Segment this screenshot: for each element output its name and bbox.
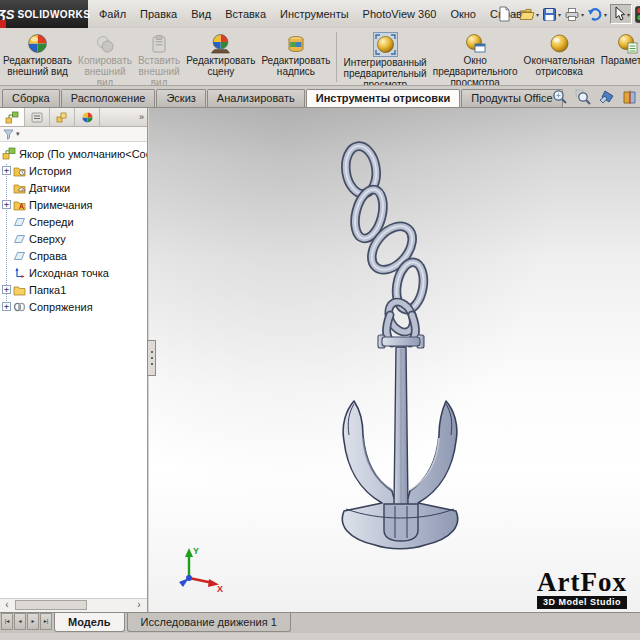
menu-insert[interactable]: Вставка <box>218 0 273 28</box>
menu-file[interactable]: Файл <box>92 0 133 28</box>
chevron-down-icon[interactable]: ▾ <box>604 11 607 18</box>
button-label: вид <box>97 77 114 86</box>
undo-button[interactable]: ▾ <box>587 7 607 22</box>
button-label: Вставить <box>138 55 180 66</box>
tree-item-annotations[interactable]: + Примечания <box>0 196 147 213</box>
new-document-button[interactable]: ▾ <box>497 6 516 22</box>
tree-item-label: Датчики <box>29 182 70 194</box>
rendering-tools-ribbon: Редактировать внешний вид Копировать вне… <box>0 28 640 86</box>
tab-nav-first[interactable]: |◂ <box>1 613 13 630</box>
menu-photoview360[interactable]: PhotoView 360 <box>356 0 444 28</box>
model-tabs-bar: |◂ ◂ ▸ ▸| Модель Исследование движения 1 <box>0 612 640 634</box>
tab-configurationmanager[interactable] <box>50 108 75 126</box>
history-folder-icon <box>13 165 26 177</box>
menu-tools[interactable]: Инструменты <box>273 0 356 28</box>
print-button[interactable]: ▾ <box>564 7 584 22</box>
tab-layout[interactable]: Расположение <box>61 89 156 107</box>
menu-window[interactable]: Окно <box>443 0 483 28</box>
tree-item-history[interactable]: + История <box>0 162 147 179</box>
render-options-button[interactable]: Параметры <box>598 31 640 67</box>
tree-item-mates[interactable]: + Сопряжения <box>0 298 147 315</box>
tree-filter-row[interactable]: ▾ <box>0 127 147 142</box>
tree-root-assembly[interactable]: Якор (По умолчанию<Состоя <box>0 145 147 162</box>
solidworks-window: ƷS SOLIDWORKS Файл Правка Вид Вставка Ин… <box>0 0 640 640</box>
filter-dropdown-arrow[interactable]: ▾ <box>16 130 20 138</box>
button-label: внешний вид <box>7 66 68 77</box>
expand-plus-icon[interactable]: + <box>2 285 11 294</box>
tab-assembly[interactable]: Сборка <box>2 89 60 107</box>
tab-featuremanager-tree[interactable] <box>0 108 25 126</box>
section-view-icon[interactable] <box>622 89 637 105</box>
triad-x-label: X <box>217 584 223 594</box>
panel-tab-bar: » <box>0 108 147 127</box>
menu-view[interactable]: Вид <box>184 0 218 28</box>
button-label: Редактировать <box>186 55 255 66</box>
paste-appearance-button[interactable]: Вставить внешний вид <box>135 31 183 86</box>
edit-appearance-button[interactable]: Редактировать внешний вид <box>0 31 75 78</box>
copy-appearance-button[interactable]: Копировать внешний вид <box>75 31 135 86</box>
chevron-down-icon[interactable]: ▾ <box>536 11 539 18</box>
tree-item-folder1[interactable]: + Папка1 <box>0 281 147 298</box>
menu-bar: Файл Правка Вид Вставка Инструменты Phot… <box>92 0 552 28</box>
expand-plus-icon[interactable]: + <box>2 200 11 209</box>
chevron-down-icon[interactable]: ▾ <box>513 11 516 18</box>
tab-displaymanager[interactable] <box>75 108 100 126</box>
select-cursor-button[interactable]: ▾ <box>610 4 632 24</box>
graphics-viewport[interactable]: Y X ArtFox 3D Model Studio <box>149 108 640 612</box>
edit-scene-button[interactable]: Редактировать сцену <box>183 31 258 78</box>
zoom-to-area-icon[interactable] <box>575 89 591 105</box>
tree-item-label: Сверху <box>29 233 66 245</box>
zoom-to-fit-icon[interactable] <box>552 89 568 105</box>
annotations-folder-icon <box>13 199 26 211</box>
tab-sketch[interactable]: Эскиз <box>156 89 205 107</box>
ribbon-separator <box>336 32 337 82</box>
status-strip <box>0 633 640 640</box>
final-render-button[interactable]: Окончательная отрисовка <box>521 31 598 78</box>
open-button[interactable]: ▾ <box>519 7 539 22</box>
button-label: Интегрированный <box>343 57 426 68</box>
panel-horizontal-scrollbar[interactable]: ‹ › <box>0 598 147 612</box>
tree-item-label: Папка1 <box>29 284 66 296</box>
rebuild-traffic-light-icon[interactable] <box>635 6 640 23</box>
command-manager-tabs: Сборка Расположение Эскиз Анализировать … <box>0 86 640 108</box>
tab-evaluate[interactable]: Анализировать <box>207 89 305 107</box>
expand-plus-icon[interactable]: + <box>2 166 11 175</box>
menu-edit[interactable]: Правка <box>133 0 184 28</box>
tab-motion-study[interactable]: Исследование движения 1 <box>127 613 291 632</box>
tree-item-top-plane[interactable]: Сверху <box>0 230 147 247</box>
tab-nav-last[interactable]: ▸| <box>40 613 52 630</box>
solidworks-logo-text: SOLIDWORKS <box>17 9 90 20</box>
scroll-right-arrow[interactable]: › <box>133 599 145 611</box>
tree-item-label: Сопряжения <box>29 301 93 313</box>
triad-y-label: Y <box>193 546 199 556</box>
chevron-down-icon[interactable]: ▾ <box>558 11 561 18</box>
tree-item-origin[interactable]: Исходная точка <box>0 264 147 281</box>
button-label: просмотра <box>450 77 499 86</box>
panel-splitter-handle[interactable] <box>147 340 156 376</box>
preview-window-button[interactable]: Окно предварительного просмотра <box>430 31 521 86</box>
chevron-down-icon[interactable]: ▾ <box>627 11 630 18</box>
scroll-thumb[interactable] <box>15 600 87 610</box>
edit-decal-button[interactable]: Редактировать надпись <box>258 31 333 78</box>
scroll-left-arrow[interactable]: ‹ <box>1 599 13 611</box>
tab-model[interactable]: Модель <box>54 613 125 632</box>
chevron-down-icon[interactable]: ▾ <box>581 11 584 18</box>
tab-nav-next[interactable]: ▸ <box>27 613 39 630</box>
tree-item-sensors[interactable]: Датчики <box>0 179 147 196</box>
integrated-preview-button[interactable]: Интегрированный предварительный просмотр <box>340 31 429 86</box>
tab-nav-prev[interactable]: ◂ <box>14 613 26 630</box>
watermark-title: ArtFox <box>537 569 627 595</box>
tree-item-front-plane[interactable]: Спереди <box>0 213 147 230</box>
copy-appearance-icon <box>95 32 115 55</box>
save-button[interactable]: ▾ <box>542 7 561 22</box>
tree-item-right-plane[interactable]: Справа <box>0 247 147 264</box>
panel-overflow-chevron[interactable]: » <box>136 108 147 126</box>
tab-propertymanager[interactable] <box>25 108 50 126</box>
previous-view-flashlight-icon[interactable] <box>598 89 615 105</box>
tab-render-tools[interactable]: Инструменты отрисовки <box>306 89 461 107</box>
sensors-folder-icon <box>13 182 26 194</box>
tab-office-products[interactable]: Продукты Office <box>461 89 562 107</box>
button-label: сцену <box>208 66 235 77</box>
expand-plus-icon[interactable]: + <box>2 302 11 311</box>
button-label: просмотр <box>363 79 407 86</box>
